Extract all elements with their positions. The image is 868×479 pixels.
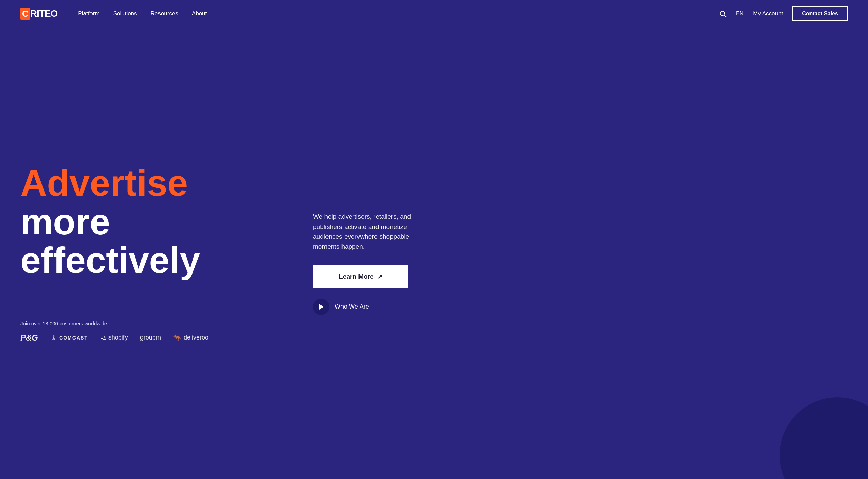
learn-more-label: Learn More xyxy=(339,273,373,280)
svg-point-0 xyxy=(720,11,725,16)
hero-description: We help advertisers, retailers, and publ… xyxy=(313,212,435,252)
hero-headline-line2: more xyxy=(20,202,293,241)
search-button[interactable] xyxy=(719,10,727,17)
learn-more-arrow-icon: ↗ xyxy=(377,273,382,280)
shopify-bag-icon: 🛍 xyxy=(100,334,106,341)
comcast-peacock-icon xyxy=(50,334,57,341)
hero-headline-line1: Advertise xyxy=(20,164,293,202)
partner-deliveroo: 🦘 deliveroo xyxy=(173,334,208,342)
hero-headline-line3: effectively xyxy=(20,241,293,279)
svg-point-2 xyxy=(53,335,55,337)
nav-resources[interactable]: Resources xyxy=(151,10,178,17)
logo-c: C xyxy=(20,8,30,20)
navbar: CRITEO Platform Solutions Resources Abou… xyxy=(0,0,868,27)
who-we-are-label: Who We Are xyxy=(335,303,369,310)
language-selector[interactable]: EN xyxy=(736,11,744,17)
learn-more-button[interactable]: Learn More ↗ xyxy=(313,265,408,288)
logo-rest: RITEO xyxy=(30,8,58,19)
logo-text: CRITEO xyxy=(20,8,57,20)
nav-right: EN My Account Contact Sales xyxy=(719,6,848,21)
my-account-link[interactable]: My Account xyxy=(753,10,783,17)
play-button-circle xyxy=(313,299,329,315)
search-icon xyxy=(719,10,727,17)
hero-section: Advertise more effectively Join over 18,… xyxy=(0,27,868,479)
nav-platform[interactable]: Platform xyxy=(78,10,99,17)
svg-line-1 xyxy=(724,15,727,17)
partner-groupm: groupm xyxy=(140,334,161,341)
hero-right: We help advertisers, retailers, and publ… xyxy=(293,48,435,459)
partner-shopify: 🛍 shopify xyxy=(100,334,128,341)
partner-logos: P&G COMCAST 🛍 shopify groupm 🦘 deliveroo xyxy=(20,333,293,343)
nav-solutions[interactable]: Solutions xyxy=(113,10,137,17)
hero-headline: Advertise more effectively xyxy=(20,164,293,279)
logo[interactable]: CRITEO xyxy=(20,8,57,20)
contact-sales-button[interactable]: Contact Sales xyxy=(792,6,848,21)
nav-about[interactable]: About xyxy=(192,10,207,17)
partner-pg: P&G xyxy=(20,333,38,343)
join-text: Join over 18,000 customers worldwide xyxy=(20,320,293,326)
deliveroo-logo-icon: 🦘 xyxy=(173,334,182,342)
nav-links: Platform Solutions Resources About xyxy=(78,10,719,17)
decorative-circle xyxy=(780,397,868,479)
partner-comcast: COMCAST xyxy=(50,334,88,341)
hero-left: Advertise more effectively Join over 18,… xyxy=(20,48,293,459)
who-we-are-button[interactable]: Who We Are xyxy=(313,299,369,315)
play-icon xyxy=(319,304,324,310)
